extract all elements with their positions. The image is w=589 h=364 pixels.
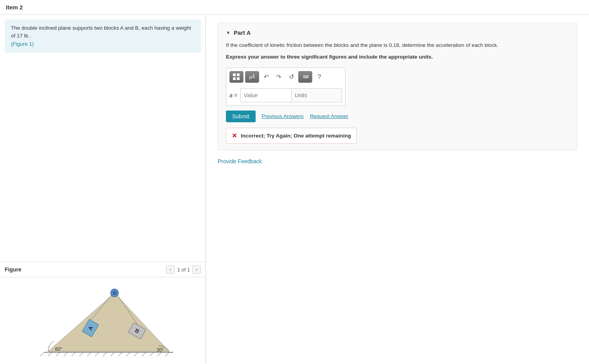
- right-panel: ▼ Part A If the coefficient of kinetic f…: [206, 15, 589, 363]
- matrix-btn[interactable]: [229, 71, 243, 83]
- error-text: Incorrect; Try Again; One attempt remain…: [241, 133, 351, 139]
- keyboard-btn[interactable]: ⌨: [298, 71, 312, 83]
- svg-line-29: [103, 352, 107, 356]
- figure-section: Figure ‹ 1 of 1 ›: [0, 262, 206, 363]
- figure-prev-btn[interactable]: ‹: [166, 265, 175, 274]
- left-panel: The double inclined plane supports two b…: [0, 15, 206, 363]
- svg-line-33: [134, 352, 138, 356]
- redo-btn[interactable]: ↷: [273, 71, 284, 82]
- svg-point-11: [113, 291, 116, 295]
- undo-btn[interactable]: ↶: [261, 71, 272, 82]
- feedback-section: Provide Feedback: [218, 158, 577, 164]
- previous-answers-btn[interactable]: Previous Answers: [262, 113, 304, 119]
- submit-btn[interactable]: Submit: [226, 111, 256, 122]
- units-input[interactable]: [291, 88, 342, 102]
- value-input[interactable]: [240, 88, 291, 102]
- figure-next-btn[interactable]: ›: [192, 265, 201, 274]
- svg-text:60°: 60°: [55, 346, 62, 352]
- svg-line-21: [40, 352, 44, 356]
- svg-line-24: [64, 352, 68, 356]
- symbol-btn[interactable]: μÅ: [245, 71, 259, 83]
- svg-line-36: [158, 352, 161, 356]
- page-title: Item 2: [0, 0, 589, 15]
- input-row: a =: [229, 88, 342, 102]
- figure-image-area: A B 60° 30°: [0, 277, 206, 363]
- figure-count: 1 of 1: [177, 267, 190, 273]
- svg-line-30: [111, 352, 115, 356]
- figure-nav: ‹ 1 of 1 ›: [166, 265, 201, 274]
- svg-line-35: [150, 352, 154, 356]
- svg-line-26: [79, 352, 83, 356]
- figure-title: Figure: [5, 266, 21, 273]
- svg-line-23: [56, 352, 60, 356]
- svg-line-28: [95, 352, 99, 356]
- part-a-section: ▼ Part A If the coefficient of kinetic f…: [218, 23, 577, 150]
- answer-widget: μÅ ↶ ↷ ↺ ⌨ ? a =: [226, 68, 346, 106]
- part-a-question: If the coefficient of kinetic friction b…: [226, 41, 569, 49]
- problem-statement: The double inclined plane supports two b…: [5, 20, 201, 53]
- error-icon: ✕: [232, 132, 237, 139]
- svg-line-37: [165, 352, 169, 356]
- error-box: ✕ Incorrect; Try Again; One attempt rema…: [226, 128, 357, 144]
- part-a-title: Part A: [234, 29, 251, 36]
- svg-line-32: [126, 352, 130, 356]
- widget-toolbar: μÅ ↶ ↷ ↺ ⌨ ?: [229, 71, 342, 85]
- collapse-arrow-icon[interactable]: ▼: [226, 30, 231, 36]
- svg-line-22: [48, 352, 52, 356]
- part-a-instruction: Express your answer to three significant…: [226, 53, 569, 61]
- main-layout: The double inclined plane supports two b…: [0, 15, 589, 363]
- help-btn[interactable]: ?: [314, 71, 325, 82]
- figure-diagram: A B 60° 30°: [29, 281, 177, 359]
- svg-line-34: [142, 352, 146, 356]
- feedback-link[interactable]: Provide Feedback: [218, 158, 262, 164]
- svg-line-27: [87, 352, 91, 356]
- svg-text:30°: 30°: [157, 347, 164, 353]
- svg-marker-0: [48, 293, 169, 352]
- input-label: a =: [229, 92, 237, 98]
- request-answer-btn[interactable]: Request Answer: [310, 113, 348, 119]
- svg-line-25: [72, 352, 75, 356]
- part-a-header: ▼ Part A: [226, 29, 569, 36]
- refresh-btn[interactable]: ↺: [286, 71, 297, 82]
- figure-link[interactable]: (Figure 1): [11, 41, 34, 47]
- svg-line-31: [118, 352, 122, 356]
- figure-header: Figure ‹ 1 of 1 ›: [0, 262, 206, 277]
- problem-text: The double inclined plane supports two b…: [11, 25, 191, 39]
- action-row: Submit Previous Answers Request Answer: [226, 111, 569, 122]
